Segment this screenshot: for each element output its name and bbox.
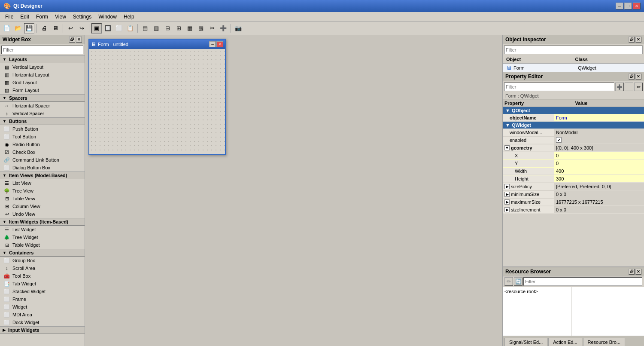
widget-item-column-view[interactable]: ⊟ Column View bbox=[0, 202, 85, 210]
widget-item-radio-button[interactable]: ◉ Radio Button bbox=[0, 141, 85, 148]
widget-item-form-layout[interactable]: ▧ Form Layout bbox=[0, 86, 85, 94]
section-containers[interactable]: ▼ Containers bbox=[0, 249, 85, 257]
tb-layout-form[interactable]: ▧ bbox=[196, 23, 206, 34]
tb-print[interactable]: 🖨 bbox=[39, 23, 49, 34]
prop-row-objectname[interactable]: objectName Form bbox=[503, 114, 644, 122]
object-inspector-filter-input[interactable] bbox=[504, 46, 643, 54]
prop-row-width[interactable]: Width 400 bbox=[503, 167, 644, 175]
widget-item-widget[interactable]: ⬜ Widget bbox=[0, 303, 85, 311]
form-close-button[interactable]: ✕ bbox=[216, 41, 223, 47]
sizepolicy-expand[interactable]: ▶ bbox=[504, 184, 510, 189]
form-minimize-button[interactable]: ─ bbox=[209, 41, 216, 47]
menu-view[interactable]: View bbox=[52, 13, 70, 21]
widget-item-undo-view[interactable]: ↩ Undo View bbox=[0, 210, 85, 218]
resource-browser-close[interactable]: ✕ bbox=[635, 269, 641, 275]
prop-row-minimumsize[interactable]: ▶minimumSize 0 x 0 bbox=[503, 190, 644, 198]
tb-redo[interactable]: ↪ bbox=[76, 23, 87, 34]
prop-row-sizepolicy[interactable]: ▶sizePolicy [Preferred, Preferred, 0, 0] bbox=[503, 183, 644, 190]
tb-connect-mode[interactable]: 🔲 bbox=[103, 23, 113, 34]
widget-item-tool-box[interactable]: 🧰 Tool Box bbox=[0, 272, 85, 280]
section-buttons[interactable]: ▼ Buttons bbox=[0, 117, 85, 125]
widget-item-vertical-spacer[interactable]: ↕ Vertical Spacer bbox=[0, 110, 85, 117]
menu-edit[interactable]: Edit bbox=[17, 13, 33, 21]
widget-item-push-button[interactable]: ⬜ Push Button bbox=[0, 125, 85, 133]
tb-layout-v[interactable]: ▥ bbox=[151, 23, 161, 34]
prop-group-qwidget[interactable]: ▼ QWidget bbox=[503, 122, 644, 129]
tb-new[interactable]: 📄 bbox=[2, 23, 12, 34]
resource-browser-detach[interactable]: 🗗 bbox=[629, 269, 635, 275]
tb-screenshot[interactable]: 📷 bbox=[233, 23, 243, 34]
geometry-expand[interactable]: ▼ bbox=[504, 145, 510, 150]
widget-box-filter-input[interactable] bbox=[1, 46, 83, 54]
prop-row-x[interactable]: X 0 bbox=[503, 152, 644, 159]
menu-form[interactable]: Form bbox=[33, 13, 52, 21]
tb-widget-editor[interactable]: ▣ bbox=[91, 23, 102, 34]
widget-item-check-box[interactable]: ☑ Check Box bbox=[0, 148, 85, 156]
res-edit-button[interactable]: ✏ bbox=[504, 277, 513, 286]
tb-layout-h[interactable]: ▤ bbox=[140, 23, 150, 34]
close-button[interactable]: ✕ bbox=[633, 3, 641, 9]
widget-item-tree-widget[interactable]: 🌲 Tree Widget bbox=[0, 233, 85, 241]
prop-group-qobject[interactable]: ▼ QObject bbox=[503, 107, 644, 114]
widget-item-dialog-button-box[interactable]: ⬜ Dialog Button Box bbox=[0, 164, 85, 171]
tb-layout-split-h[interactable]: ⊟ bbox=[162, 23, 173, 34]
object-inspector-close[interactable]: ✕ bbox=[635, 37, 641, 43]
property-editor-detach[interactable]: 🗗 bbox=[629, 73, 635, 80]
form-canvas[interactable] bbox=[89, 49, 225, 154]
prop-row-y[interactable]: Y 0 bbox=[503, 159, 644, 167]
widget-item-grid-layout[interactable]: ▦ Grid Layout bbox=[0, 79, 85, 86]
tab-signal-slot[interactable]: Signal/Slot Ed... bbox=[504, 338, 547, 346]
widget-item-table-widget[interactable]: ⊞ Table Widget bbox=[0, 241, 85, 249]
tb-layout-split-v[interactable]: ⊞ bbox=[173, 23, 184, 34]
minimumsize-expand[interactable]: ▶ bbox=[504, 192, 510, 197]
widget-item-command-link-button[interactable]: 🔗 Command Link Button bbox=[0, 156, 85, 164]
widget-item-tree-view[interactable]: 🌳 Tree View bbox=[0, 187, 85, 195]
tb-undo[interactable]: ↩ bbox=[65, 23, 76, 34]
prop-row-windowmodal[interactable]: windowModal... NonModal bbox=[503, 129, 644, 136]
res-refresh-button[interactable]: 🔄 bbox=[514, 277, 522, 286]
widget-box-detach[interactable]: 🗗 bbox=[69, 37, 75, 43]
widget-item-horizontal-spacer[interactable]: ↔ Horizontal Spacer bbox=[0, 102, 85, 110]
prop-edit-button[interactable]: ✏ bbox=[634, 83, 643, 91]
tab-action-editor[interactable]: Action Ed... bbox=[548, 338, 582, 346]
property-editor-close[interactable]: ✕ bbox=[635, 73, 641, 80]
property-filter-input[interactable] bbox=[504, 83, 614, 91]
widget-item-vertical-layout[interactable]: ▤ Vertical Layout bbox=[0, 63, 85, 71]
prop-add-button[interactable]: ➕ bbox=[615, 83, 624, 91]
tb-layout-grid[interactable]: ▦ bbox=[185, 23, 195, 34]
menu-settings[interactable]: Settings bbox=[70, 13, 95, 21]
menu-window[interactable]: Window bbox=[95, 13, 120, 21]
canvas-area[interactable]: 🖥 Form - untitled ─ ✕ bbox=[85, 35, 502, 346]
menu-help[interactable]: Help bbox=[120, 13, 138, 21]
menu-file[interactable]: File bbox=[2, 13, 17, 21]
tb-save[interactable]: 💾 bbox=[24, 23, 34, 34]
prop-row-enabled[interactable]: enabled ✔ bbox=[503, 136, 644, 144]
tb-open[interactable]: 📂 bbox=[13, 23, 23, 34]
res-filter-input[interactable] bbox=[523, 277, 642, 286]
tb-adjust-size[interactable]: ➕ bbox=[218, 23, 228, 34]
object-inspector-detach[interactable]: 🗗 bbox=[629, 37, 635, 43]
widget-item-group-box[interactable]: ⬜ Group Box bbox=[0, 257, 85, 264]
section-item-views[interactable]: ▼ Item Views (Model-Based) bbox=[0, 171, 85, 179]
prop-row-geometry[interactable]: ▼geometry [(0, 0), 400 x 300] bbox=[503, 144, 644, 152]
widget-item-table-view[interactable]: ⊞ Table View bbox=[0, 195, 85, 202]
widget-item-mdi-area[interactable]: ⬜ MDI Area bbox=[0, 311, 85, 318]
tb-tab-order[interactable]: 📋 bbox=[125, 23, 135, 34]
widget-item-horizontal-layout[interactable]: ▥ Horizontal Layout bbox=[0, 71, 85, 79]
prop-row-maximumsize[interactable]: ▶maximumSize 16777215 x 16777215 bbox=[503, 198, 644, 206]
tb-preview[interactable]: 🖥 bbox=[50, 23, 61, 34]
prop-minus-button[interactable]: ─ bbox=[625, 83, 633, 91]
tab-resource-browser[interactable]: Resource Bro... bbox=[583, 338, 625, 346]
minimize-button[interactable]: ─ bbox=[616, 3, 623, 9]
section-layouts[interactable]: ▼ Layouts bbox=[0, 55, 85, 63]
widget-box-close[interactable]: ✕ bbox=[76, 37, 82, 43]
widget-item-list-view[interactable]: ☰ List View bbox=[0, 179, 85, 187]
maximumsize-expand[interactable]: ▶ bbox=[504, 199, 510, 205]
widget-item-dock-widget[interactable]: ⬜ Dock Widget bbox=[0, 318, 85, 326]
prop-row-sizeincrement[interactable]: ▶sizeIncrement 0 x 0 bbox=[503, 206, 644, 214]
widget-item-list-widget[interactable]: ☰ List Widget bbox=[0, 226, 85, 233]
section-spacers[interactable]: ▼ Spacers bbox=[0, 94, 85, 102]
widget-item-frame[interactable]: ⬜ Frame bbox=[0, 295, 85, 303]
widget-item-scroll-area[interactable]: ↕ Scroll Area bbox=[0, 264, 85, 272]
widget-item-stacked-widget[interactable]: ⬜ Stacked Widget bbox=[0, 288, 85, 295]
